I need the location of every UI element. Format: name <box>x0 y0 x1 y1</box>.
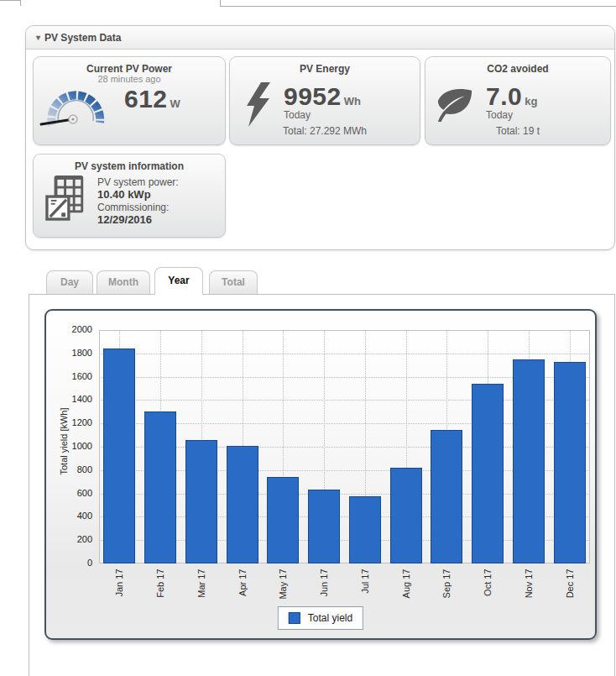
info-field-label: PV system power: <box>97 176 179 188</box>
bar[interactable] <box>472 384 504 563</box>
co2-total: Total: 19 t <box>425 125 610 137</box>
pv-energy-card: PV Energy 9952Wh Today Total: 27.292 MWh <box>229 56 420 145</box>
bar[interactable] <box>227 446 258 563</box>
pv-system-data-panel: ▾ PV System Data Current PV Power 28 min… <box>25 25 615 250</box>
tab-content-panel: 0200400600800100012001400160018002000Jan… <box>29 294 615 676</box>
current-power-value: 612 <box>124 85 168 113</box>
top-tab-fragment-left <box>0 0 21 6</box>
y-axis-tick-label: 200 <box>56 534 92 544</box>
legend-label: Total yield <box>308 612 352 624</box>
energy-period: Today <box>284 109 361 121</box>
pv-system-information-card: PV system information <box>33 154 226 238</box>
lightning-icon <box>243 82 272 129</box>
x-axis-tick-label: Mar 17 <box>196 569 206 606</box>
info-field-value: 12/29/2016 <box>97 213 179 226</box>
x-axis-tick-label: Aug 17 <box>400 569 411 606</box>
card-title: CO2 avoided <box>425 57 610 75</box>
card-title: PV Energy <box>230 57 420 75</box>
y-axis-tick-label: 1800 <box>56 348 92 358</box>
bar[interactable] <box>267 477 299 563</box>
y-axis-tick-label: 0 <box>56 558 92 568</box>
tab-day[interactable]: Day <box>46 270 93 295</box>
bar[interactable] <box>554 362 586 563</box>
card-title: Current PV Power <box>34 57 225 75</box>
legend-color-swatch <box>289 612 300 624</box>
y-axis-title: Total yield [kWh] <box>59 358 71 526</box>
energy-unit: Wh <box>344 95 361 107</box>
x-axis-tick-label: Oct 17 <box>483 569 493 606</box>
chart-legend: Total yield <box>278 606 363 630</box>
tab-total[interactable]: Total <box>209 270 258 295</box>
panel-title: PV System Data <box>44 32 121 44</box>
y-gridline <box>99 354 590 354</box>
co2-avoided-card: CO2 avoided 7.0kg Today Total: 19 t <box>425 56 611 145</box>
energy-total: Total: 27.292 MWh <box>230 125 420 137</box>
pv-system-data-header[interactable]: ▾ PV System Data <box>26 26 614 50</box>
x-axis-tick-label: Dec 17 <box>564 569 575 606</box>
x-axis-tick-label: Apr 17 <box>237 569 248 606</box>
x-axis-tick-label: Feb 17 <box>155 569 166 606</box>
bar[interactable] <box>390 468 422 563</box>
tab-month[interactable]: Month <box>97 270 150 295</box>
y-axis-tick-label: 2000 <box>56 324 92 334</box>
leaf-icon <box>436 86 474 123</box>
x-axis-tick-label: May 17 <box>278 569 289 606</box>
collapse-arrow-icon[interactable]: ▾ <box>36 33 40 42</box>
bar[interactable] <box>103 348 135 563</box>
x-axis-tick-label: Jul 17 <box>359 569 370 606</box>
x-axis-tick-label: Sep 17 <box>441 569 452 606</box>
bar[interactable] <box>308 490 340 563</box>
tab-year[interactable]: Year <box>154 267 203 295</box>
co2-value: 7.0 <box>486 82 522 110</box>
current-power-unit: W <box>170 97 180 110</box>
co2-period: Today <box>486 109 537 121</box>
bar[interactable] <box>349 496 381 563</box>
page: ▾ PV System Data Current PV Power 28 min… <box>0 0 616 676</box>
card-title: PV system information <box>34 155 225 172</box>
x-axis-tick-label: Jun 17 <box>319 569 330 606</box>
x-axis-tick-label: Nov 17 <box>523 569 534 606</box>
info-field-label: Commissioning: <box>97 202 179 213</box>
bar[interactable] <box>185 440 217 563</box>
current-pv-power-card: Current PV Power 28 minutes ago <box>33 56 226 145</box>
x-axis-tick-label: Jan 17 <box>114 569 125 606</box>
chart-box: 0200400600800100012001400160018002000Jan… <box>44 309 597 640</box>
top-tab-fragment-right <box>220 0 616 7</box>
bar[interactable] <box>144 411 176 563</box>
gauge-icon <box>39 80 114 128</box>
info-field-value: 10.40 kWp <box>97 188 179 201</box>
bar[interactable] <box>513 359 545 563</box>
energy-value: 9952 <box>284 82 342 110</box>
solar-panel-icon <box>45 175 87 222</box>
co2-unit: kg <box>525 95 537 107</box>
bar[interactable] <box>431 430 462 563</box>
